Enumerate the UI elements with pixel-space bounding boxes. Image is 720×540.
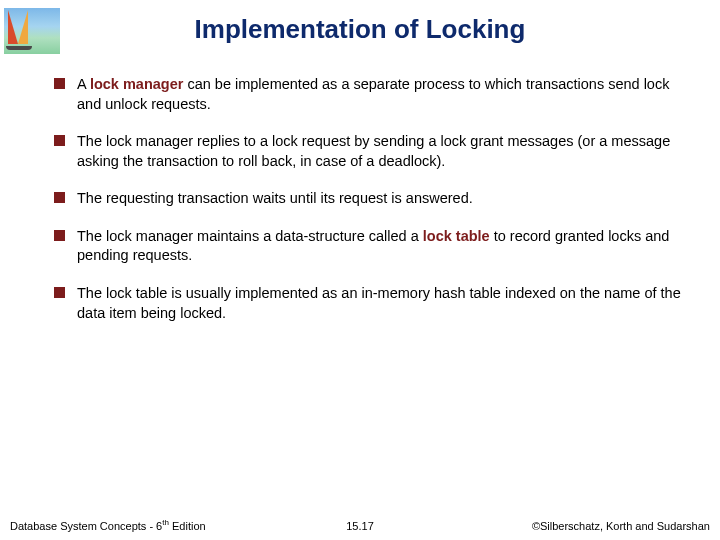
footer-left: Database System Concepts - 6th Edition — [10, 518, 243, 532]
bullet-icon — [54, 78, 65, 89]
footer-copyright: ©Silberschatz, Korth and Sudarshan — [477, 520, 710, 532]
slide-body: A lock manager can be implemented as a s… — [0, 75, 720, 323]
bullet-icon — [54, 192, 65, 203]
slide-title: Implementation of Locking — [0, 0, 720, 75]
bullet-text: The lock table is usually implemented as… — [77, 284, 692, 323]
list-item: The requesting transaction waits until i… — [54, 189, 692, 209]
bullet-icon — [54, 230, 65, 241]
bullet-icon — [54, 287, 65, 298]
keyword-lock-manager: lock manager — [90, 76, 184, 92]
slide-footer: Database System Concepts - 6th Edition 1… — [0, 518, 720, 532]
bullet-text: A lock manager can be implemented as a s… — [77, 75, 692, 114]
keyword-lock-table: lock table — [423, 228, 490, 244]
bullet-text: The lock manager replies to a lock reque… — [77, 132, 692, 171]
list-item: The lock manager maintains a data-struct… — [54, 227, 692, 266]
bullet-text: The lock manager maintains a data-struct… — [77, 227, 692, 266]
bullet-text: The requesting transaction waits until i… — [77, 189, 692, 209]
footer-page-number: 15.17 — [243, 520, 476, 532]
list-item: The lock table is usually implemented as… — [54, 284, 692, 323]
list-item: The lock manager replies to a lock reque… — [54, 132, 692, 171]
list-item: A lock manager can be implemented as a s… — [54, 75, 692, 114]
bullet-icon — [54, 135, 65, 146]
logo-image — [4, 8, 60, 54]
